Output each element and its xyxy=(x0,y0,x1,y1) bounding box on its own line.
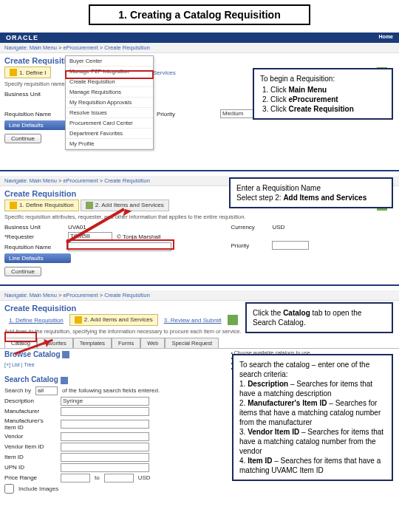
reqname-input[interactable] xyxy=(68,242,171,251)
heading-create-requisition: Create Requisition xyxy=(0,53,399,66)
callout2-l1: Enter a Requisition Name xyxy=(236,183,386,193)
wizard-step-2[interactable]: 2. Add Items and Services xyxy=(81,200,169,211)
lbl-requester: *Requester xyxy=(4,233,64,240)
price-to[interactable] xyxy=(104,474,134,482)
oracle-logo: ORACLE xyxy=(6,34,38,41)
vendor-item-input[interactable] xyxy=(61,443,149,451)
tab-row: Catalog Favorites Templates Forms Web Sp… xyxy=(0,338,399,349)
callout-2: Enter a Requisition Name Select step 2: … xyxy=(229,177,393,208)
browse-heading: Browse Catalog xyxy=(0,349,223,360)
crumb-eproc[interactable]: eProcurement xyxy=(63,44,98,51)
val-bu: UVA01 xyxy=(68,224,86,231)
wizard-step-2[interactable]: 2. Add Items and Services xyxy=(69,314,158,326)
step2-icon xyxy=(86,202,93,209)
step3-icon xyxy=(228,315,238,325)
mfr-item-input[interactable] xyxy=(61,420,149,429)
callout3b-item: 2. Manufacturer's Item ID – Searches for… xyxy=(239,398,386,427)
home-link[interactable]: Home xyxy=(379,34,393,39)
tab-special[interactable]: Special Request xyxy=(165,338,219,348)
menu-item[interactable]: My Profile xyxy=(66,139,153,149)
tab-templates[interactable]: Templates xyxy=(73,338,112,348)
upn-id-input[interactable] xyxy=(61,463,149,472)
continue-button[interactable]: Continue xyxy=(4,134,41,143)
callout3b-intro: To search the catalog – enter one of the… xyxy=(239,360,386,379)
line-defaults-bar[interactable]: Line Defaults xyxy=(4,253,71,263)
wizard-step-1[interactable]: 1. Define Requisition xyxy=(4,66,51,78)
menu-item-create-req[interactable]: Create Requisition xyxy=(66,77,153,87)
lbl-reqname: Requisition Name xyxy=(4,244,64,250)
wizard-step-1-link[interactable]: 1. Define Requisition xyxy=(4,316,68,325)
divider-1 xyxy=(0,170,399,171)
lbl-currency: Currency xyxy=(231,224,267,231)
callout2-l2: Select step 2: Add Items and Services xyxy=(236,193,386,202)
lbl-reqname: Requisition Name xyxy=(4,111,64,117)
search-by-select[interactable]: all xyxy=(35,386,58,395)
search-icon xyxy=(61,377,68,384)
line-defaults-bar[interactable]: Line Defaults xyxy=(4,120,71,130)
search-heading: Search Catalog xyxy=(0,374,223,385)
wizard-step-1[interactable]: 1. Define Requisition xyxy=(4,200,79,211)
crumb-create[interactable]: Create Requisition xyxy=(104,44,150,51)
lbl-bu: Business Unit xyxy=(4,224,64,231)
oracle-brand-bar: ORACLE Home xyxy=(0,33,399,43)
breadcrumb: Navigate: Main Menu > eProcurement > Cre… xyxy=(0,43,399,53)
step2-icon xyxy=(75,316,82,324)
description-input[interactable]: Syringe xyxy=(61,397,149,406)
priority-select[interactable] xyxy=(272,241,309,250)
lbl-priority: Priority xyxy=(231,242,267,249)
tab-web[interactable]: Web xyxy=(140,338,165,348)
tab-forms[interactable]: Forms xyxy=(112,338,140,348)
callout-1: To begin a Requisition: Click Main Menu … xyxy=(253,68,393,120)
crumb-main[interactable]: Main Menu xyxy=(30,44,57,51)
breadcrumb: Navigate: Main Menu > eProcurement > Cre… xyxy=(0,290,399,301)
requester-name: © Tonja Marshall xyxy=(117,233,161,240)
menu-item[interactable]: Procurement Card Center xyxy=(66,118,153,129)
callout3b-item: 3. Vendor Item ID – Searches for items t… xyxy=(239,427,386,456)
vendor-input[interactable] xyxy=(61,432,149,441)
section-1: ORACLE Home Navigate: Main Menu > eProcu… xyxy=(0,33,399,164)
step1-icon xyxy=(10,202,17,209)
menu-item[interactable]: Resolve Issues xyxy=(66,108,153,118)
menu-item[interactable]: Department Favorites xyxy=(66,129,153,139)
callout1-intro: To begin a Requisition: xyxy=(260,74,386,83)
manufacturer-input[interactable] xyxy=(61,407,149,416)
callout-3a: Click the Catalog tab to open the Search… xyxy=(245,302,393,333)
browse-icon xyxy=(62,351,69,358)
browse-view-links[interactable]: [+] List | Tree xyxy=(0,360,223,369)
requester-input[interactable]: TCM5B xyxy=(68,232,112,241)
menu-item[interactable]: Manage Requisitions xyxy=(66,87,153,98)
main-menu-popup: Buyer Center Manage P2P Integration Crea… xyxy=(65,55,154,150)
divider-2 xyxy=(0,284,399,286)
section-2: Navigate: Main Menu > eProcurement > Cre… xyxy=(0,176,399,279)
wizard-step-3-link[interactable]: 3. Review and Submit xyxy=(160,316,226,325)
step1-icon xyxy=(10,69,17,76)
include-images-checkbox[interactable] xyxy=(4,484,14,494)
continue-button[interactable]: Continue xyxy=(4,267,41,276)
callout3b-item: 1. Description – Searches for items that… xyxy=(239,379,386,398)
callout3b-item: 4. Item ID – Searches for items that hav… xyxy=(239,456,386,475)
menu-item[interactable]: Buyer Center xyxy=(66,56,153,66)
page-title: 1. Creating a Catalog Requisition xyxy=(89,4,310,25)
item-id-input[interactable] xyxy=(61,453,149,462)
menu-item[interactable]: Manage P2P Integration xyxy=(66,66,153,77)
specify-subtext: Specific requisition attributes, request… xyxy=(0,214,399,223)
lbl-bu: Business Unit xyxy=(4,91,64,98)
menu-item[interactable]: My Requisition Approvals xyxy=(66,98,153,108)
section-3: Navigate: Main Menu > eProcurement > Cre… xyxy=(0,290,399,494)
search-by-row: Search by all of the following search fi… xyxy=(0,386,223,396)
lbl-priority: Priority xyxy=(157,111,216,117)
callout-3b: To search the catalog – enter one of the… xyxy=(232,354,393,481)
price-from[interactable] xyxy=(61,474,90,482)
